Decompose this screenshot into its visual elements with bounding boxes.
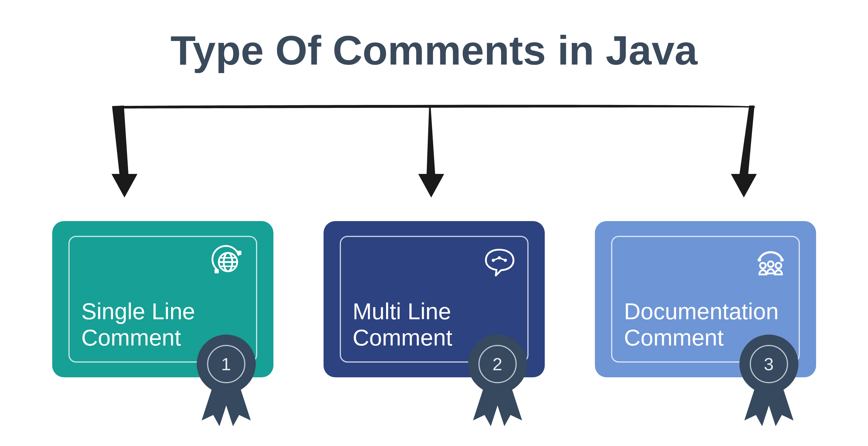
speech-bubble-icon: [480, 243, 519, 281]
card-row: Single Line Comment 1: [0, 221, 868, 377]
card-single-line: Single Line Comment 1: [52, 221, 273, 377]
rank-badge: 1: [191, 334, 261, 423]
badge-number: 2: [493, 354, 502, 374]
svg-point-11: [780, 258, 784, 262]
card-label-line1: Single Line: [82, 298, 195, 324]
card-label-line2: Comment: [82, 324, 181, 350]
card-label-line2: Comment: [353, 324, 453, 350]
connector-arrows: [106, 100, 761, 199]
svg-point-13: [768, 261, 773, 267]
badge-number: 1: [221, 354, 231, 374]
card-documentation: Documentation Comment 3: [595, 221, 816, 377]
svg-point-12: [760, 263, 766, 268]
rank-badge: 2: [462, 334, 533, 423]
card-label-line2: Comment: [624, 324, 724, 350]
svg-rect-6: [214, 269, 219, 273]
team-icon: [751, 243, 790, 281]
card-label-line1: Multi Line: [353, 298, 451, 324]
badge-number: 3: [764, 354, 774, 374]
card-multi-line: Multi Line Comment 2: [323, 221, 545, 377]
svg-point-10: [757, 258, 761, 262]
rank-badge: 3: [734, 334, 804, 423]
svg-point-14: [775, 263, 781, 268]
diagram-title: Type Of Comments in Java: [0, 27, 868, 74]
svg-rect-5: [237, 251, 241, 255]
card-label-line1: Documentation: [624, 298, 779, 324]
globe-loop-icon: [209, 243, 247, 281]
